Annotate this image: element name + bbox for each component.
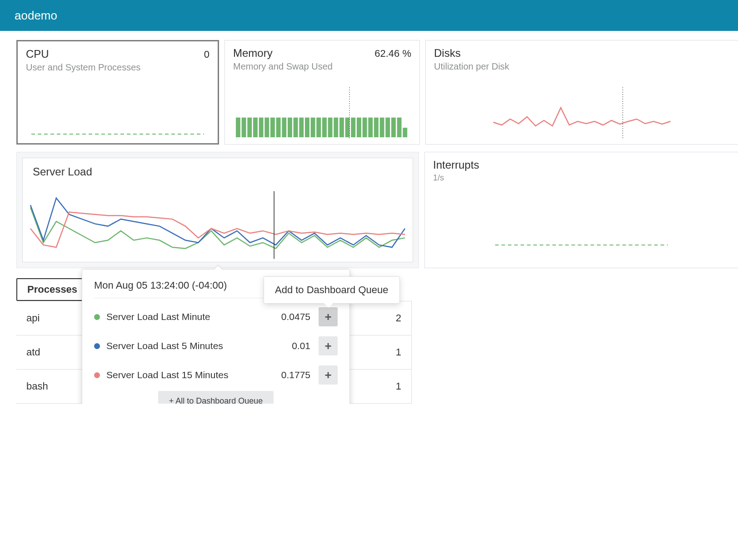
series-dot-icon xyxy=(94,314,100,320)
svg-rect-22 xyxy=(357,118,361,137)
plus-icon: + xyxy=(324,339,331,353)
tab-processes[interactable]: Processes xyxy=(16,278,88,301)
svg-rect-30 xyxy=(403,128,407,137)
svg-rect-10 xyxy=(288,118,292,137)
disks-subtitle: Utilization per Disk xyxy=(434,61,730,72)
interrupts-card[interactable]: Interrupts 1/s xyxy=(424,152,738,268)
svg-rect-5 xyxy=(259,118,264,137)
svg-rect-16 xyxy=(322,118,327,137)
plus-icon: + xyxy=(324,368,331,382)
tooltip-row: Server Load Last 15 Minutes 0.1775 + xyxy=(94,365,338,385)
memory-barchart xyxy=(230,85,414,140)
svg-rect-20 xyxy=(345,118,350,137)
svg-rect-1 xyxy=(236,118,240,137)
svg-rect-28 xyxy=(391,118,396,137)
tooltip-value: 0.0475 xyxy=(281,311,310,322)
disks-card[interactable]: Disks Utilization per Disk xyxy=(425,40,738,145)
memory-subtitle: Memory and Swap Used xyxy=(233,61,411,72)
memory-metric: 62.46 % xyxy=(374,48,411,60)
tooltip-row: Server Load Last 5 Minutes 0.01 + xyxy=(94,336,338,355)
cpu-title: CPU xyxy=(26,48,49,60)
tooltip-value: 0.1775 xyxy=(281,370,310,380)
cpu-card[interactable]: CPU 0 User and System Processes xyxy=(16,40,219,145)
tooltip-row: Server Load Last Minute 0.0475 + xyxy=(94,307,338,326)
interrupts-subtitle: 1/s xyxy=(433,173,730,183)
svg-rect-29 xyxy=(397,118,402,137)
disks-sparkline xyxy=(431,85,733,140)
add-all-to-queue-button[interactable]: + All to Dashboard Queue xyxy=(158,391,274,404)
svg-rect-17 xyxy=(328,118,333,137)
tooltip-label: Server Load Last Minute xyxy=(106,311,281,322)
tooltip-label: Server Load Last 5 Minutes xyxy=(106,340,292,351)
svg-rect-26 xyxy=(380,118,384,137)
add-to-queue-button[interactable]: + xyxy=(319,365,338,385)
cpu-subtitle: User and System Processes xyxy=(26,62,209,73)
svg-rect-6 xyxy=(264,118,269,137)
memory-title: Memory xyxy=(233,47,273,60)
svg-rect-25 xyxy=(374,118,379,137)
svg-rect-14 xyxy=(311,118,315,137)
series-dot-icon xyxy=(94,372,100,378)
svg-rect-18 xyxy=(334,118,338,137)
tooltip-value: 0.01 xyxy=(292,340,310,351)
page-title: aodemo xyxy=(15,9,57,23)
server-load-chart xyxy=(28,191,407,259)
cpu-metric: 0 xyxy=(204,49,209,60)
memory-card[interactable]: Memory 62.46 % Memory and Swap Used xyxy=(224,40,420,145)
add-to-queue-button[interactable]: + xyxy=(319,307,338,326)
page-header: aodemo xyxy=(0,0,738,31)
svg-rect-19 xyxy=(339,118,344,137)
svg-rect-2 xyxy=(242,118,246,137)
svg-rect-13 xyxy=(305,118,309,137)
tooltip-hint: Add to Dashboard Queue xyxy=(264,276,400,304)
interrupts-title: Interrupts xyxy=(433,159,730,171)
svg-rect-9 xyxy=(282,118,286,137)
svg-rect-3 xyxy=(247,118,252,137)
disks-title: Disks xyxy=(434,47,461,60)
server-load-card[interactable]: Server Load xyxy=(22,158,413,262)
server-load-title: Server Load xyxy=(33,165,403,178)
tooltip-label: Server Load Last 15 Minutes xyxy=(106,370,281,380)
widgets-row-2: Server Load Interrupts 1/s xyxy=(16,152,738,268)
svg-rect-7 xyxy=(270,118,275,137)
interrupts-sparkline xyxy=(430,209,733,250)
cpu-sparkline xyxy=(23,84,212,139)
series-dot-icon xyxy=(94,343,100,349)
add-to-queue-button[interactable]: + xyxy=(319,336,338,355)
svg-rect-23 xyxy=(363,118,367,137)
widgets-row-1: CPU 0 User and System Processes Memory 6… xyxy=(16,40,738,145)
svg-rect-21 xyxy=(351,118,355,137)
svg-rect-11 xyxy=(294,118,298,137)
svg-rect-4 xyxy=(253,118,258,137)
svg-rect-8 xyxy=(276,118,281,137)
plus-icon: + xyxy=(324,310,331,324)
svg-rect-24 xyxy=(368,118,373,137)
server-load-container: Server Load xyxy=(16,152,419,268)
svg-rect-12 xyxy=(299,118,304,137)
svg-rect-15 xyxy=(316,118,321,137)
svg-rect-27 xyxy=(385,118,390,137)
